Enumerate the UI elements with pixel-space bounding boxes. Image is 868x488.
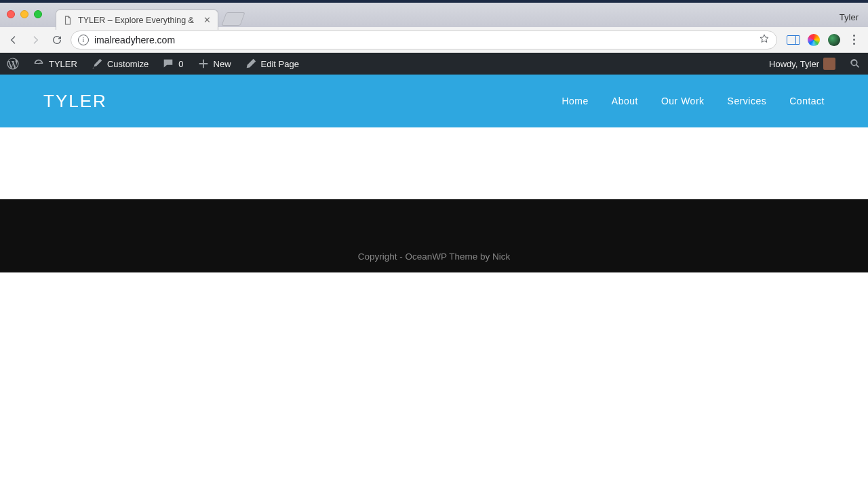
bookmark-star-icon[interactable] <box>759 33 770 47</box>
wp-account-menu[interactable]: Howdy, Tyler <box>762 53 842 75</box>
wp-howdy-label: Howdy, Tyler <box>769 59 819 69</box>
wp-admin-bar: TYLER Customize 0 New Edit Page <box>0 53 868 75</box>
nav-services[interactable]: Services <box>728 96 767 106</box>
dark-circle-extension-icon[interactable] <box>827 33 841 47</box>
site-info-icon[interactable]: i <box>78 35 89 45</box>
forward-button[interactable] <box>27 32 43 48</box>
browser-toolbar: i imalreadyhere.com <box>0 27 868 53</box>
avatar <box>823 58 835 70</box>
wp-customize-label: Customize <box>107 59 149 69</box>
nav-home[interactable]: Home <box>561 96 588 106</box>
page-content <box>0 127 868 199</box>
wp-comments-count: 0 <box>178 59 183 69</box>
window-minimize-button[interactable] <box>20 10 28 18</box>
color-wheel-extension-icon[interactable] <box>807 33 821 47</box>
wp-comments-link[interactable]: 0 <box>155 53 190 75</box>
generic-page-icon <box>63 16 73 25</box>
primary-nav: Home About Our Work Services Contact <box>561 96 825 106</box>
extension-icons <box>787 33 860 47</box>
nav-our-work[interactable]: Our Work <box>661 96 705 106</box>
site-footer: Copyright - OceanWP Theme by Nick <box>0 199 868 272</box>
wordpress-logo-icon <box>7 58 19 70</box>
device-frame-extension-icon[interactable] <box>787 33 800 47</box>
new-tab-button[interactable] <box>221 12 245 26</box>
plus-icon <box>197 58 210 70</box>
back-button[interactable] <box>5 32 22 48</box>
footer-copyright: Copyright - OceanWP Theme by Nick <box>0 240 868 272</box>
wp-logo-menu[interactable] <box>0 53 26 75</box>
wp-customize-link[interactable]: Customize <box>84 53 155 75</box>
browser-tab-title: TYLER – Explore Everything & <box>78 16 194 25</box>
browser-profile-label[interactable]: Tyler <box>840 12 859 22</box>
footer-widget-area <box>0 199 868 240</box>
close-tab-icon[interactable]: ✕ <box>203 15 211 25</box>
pencil-icon <box>245 58 257 70</box>
wp-edit-page-label: Edit Page <box>261 59 299 69</box>
window-close-button[interactable] <box>7 10 15 18</box>
traffic-lights <box>7 10 42 18</box>
url-text: imalreadyhere.com <box>94 35 753 45</box>
reload-button[interactable] <box>49 32 65 48</box>
site-logo[interactable]: TYLER <box>43 91 107 112</box>
address-bar[interactable]: i imalreadyhere.com <box>71 30 777 49</box>
browser-menu-icon[interactable] <box>848 33 860 47</box>
wp-adminbar-search[interactable] <box>842 53 868 75</box>
nav-contact[interactable]: Contact <box>789 96 825 106</box>
wp-site-name-label: TYLER <box>49 59 77 69</box>
comment-icon <box>162 58 174 70</box>
paintbrush-icon <box>91 58 103 70</box>
site-header: TYLER Home About Our Work Services Conta… <box>0 75 868 127</box>
wp-edit-page-link[interactable]: Edit Page <box>238 53 306 75</box>
nav-about[interactable]: About <box>612 96 638 106</box>
macos-titlebar: TYLER – Explore Everything & ✕ Tyler <box>0 0 868 27</box>
wp-site-name-menu[interactable]: TYLER <box>26 53 84 75</box>
dashboard-icon <box>33 58 45 70</box>
browser-tab[interactable]: TYLER – Explore Everything & ✕ <box>56 9 218 30</box>
window-zoom-button[interactable] <box>34 10 42 18</box>
wp-new-label: New <box>214 59 231 69</box>
search-icon <box>849 58 861 70</box>
wp-new-content-menu[interactable]: New <box>191 53 238 75</box>
